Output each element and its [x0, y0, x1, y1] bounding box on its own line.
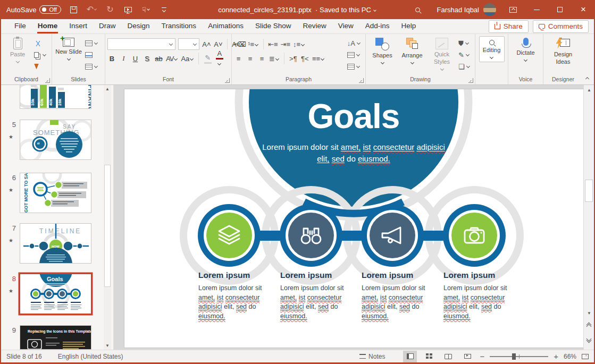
thumbnail-scroll-up-arrow[interactable]: ▲: [104, 85, 111, 93]
tab-draw[interactable]: Draw: [93, 20, 122, 33]
tab-help[interactable]: Help: [396, 20, 422, 33]
share-button[interactable]: Share: [489, 20, 529, 33]
tab-design[interactable]: Design: [122, 20, 156, 33]
line-spacing-button[interactable]: ↕≡: [293, 40, 305, 48]
normal-view-button[interactable]: [403, 351, 417, 362]
convert-smartart-button[interactable]: [346, 62, 362, 71]
bullets-button[interactable]: •≡: [234, 40, 245, 48]
editing-button[interactable]: Editing: [479, 36, 505, 62]
font-name-combobox[interactable]: [107, 38, 175, 50]
tab-transitions[interactable]: Transitions: [156, 20, 203, 33]
font-size-combobox[interactable]: [178, 38, 199, 50]
align-right-button[interactable]: ≡: [257, 55, 266, 63]
customize-quick-access-icon[interactable]: [159, 4, 170, 15]
text-shadow-button[interactable]: S: [143, 55, 152, 63]
touch-mouse-mode-icon[interactable]: ☟: [141, 4, 152, 15]
slide-editor[interactable]: Goals Lorem ipsum dolor sit amet, ist co…: [124, 89, 584, 348]
shape-effects-button[interactable]: ❏: [457, 62, 472, 71]
highlight-color-button[interactable]: ✎: [203, 54, 212, 64]
copy-button[interactable]: [33, 50, 48, 60]
thumbnail-slide-7[interactable]: TIMELINE NOW: [20, 223, 91, 264]
zoom-level[interactable]: 66%: [564, 353, 576, 360]
previous-slide-button[interactable]: [585, 323, 592, 329]
scrollbar-thumb[interactable]: [585, 180, 593, 202]
arrange-button[interactable]: Arrange: [398, 36, 426, 65]
quick-styles-button[interactable]: Quick Styles: [428, 36, 456, 71]
align-text-button[interactable]: [346, 50, 362, 60]
tab-home[interactable]: Home: [32, 20, 64, 33]
scroll-down-arrow[interactable]: ▼: [584, 309, 594, 318]
tab-slide-show[interactable]: Slide Show: [249, 20, 297, 33]
item-text-2[interactable]: Lorem ipsum Lorem ipsum dolor sit amet, …: [280, 270, 346, 321]
slide-layout-button[interactable]: [84, 38, 99, 48]
thumbnail-slide-5[interactable]: SAY SOMETHING “: [20, 120, 91, 160]
slide-show-button[interactable]: [460, 351, 474, 362]
thumbnail-scrollbar-thumb[interactable]: [104, 165, 111, 287]
character-spacing-button[interactable]: AV: [166, 55, 178, 63]
section-button[interactable]: [84, 62, 99, 71]
numbering-button[interactable]: ¹≡: [248, 40, 259, 48]
tab-review[interactable]: Review: [297, 20, 332, 33]
slide-title[interactable]: Goals: [266, 97, 441, 136]
zoom-slider[interactable]: [490, 356, 548, 357]
strikethrough-button[interactable]: ab: [154, 55, 163, 63]
fit-slide-to-window-button[interactable]: [582, 354, 589, 359]
underline-button[interactable]: U: [131, 55, 140, 63]
collapse-ribbon-button[interactable]: [585, 77, 589, 81]
user-name[interactable]: Farshad Iqbal: [437, 6, 480, 14]
ribbon-display-options-icon[interactable]: [501, 0, 525, 19]
rtl-direction-button[interactable]: ¶<: [300, 55, 309, 63]
thumbnail-slide-6[interactable]: GOT MORE TO SAY?: [20, 173, 91, 213]
zoom-in-button[interactable]: +: [554, 352, 558, 361]
shape-fill-button[interactable]: ⛊: [457, 38, 472, 48]
italic-button[interactable]: I: [119, 54, 128, 63]
slide-sorter-view-button[interactable]: [422, 351, 436, 362]
justify-button[interactable]: ≣: [269, 55, 280, 63]
scroll-up-arrow[interactable]: ▲: [584, 86, 594, 95]
change-case-button[interactable]: Aa: [181, 55, 194, 63]
paste-button[interactable]: Paste: [3, 36, 32, 64]
paragraph-dialog-launcher[interactable]: [359, 78, 364, 83]
new-slide-button[interactable]: New Slide: [54, 36, 83, 61]
tab-insert[interactable]: Insert: [63, 20, 93, 33]
tab-add-ins[interactable]: Add-ins: [359, 20, 396, 33]
bold-button[interactable]: B: [107, 55, 116, 63]
dictate-button[interactable]: Dictate: [512, 36, 540, 62]
thumbnail-scroll-down-arrow[interactable]: ▼: [104, 342, 111, 350]
undo-icon[interactable]: ↶: [87, 4, 97, 15]
slide-canvas[interactable]: Goals Lorem ipsum dolor sit amet, ist co…: [114, 85, 583, 350]
item-text-1[interactable]: Lorem ipsum Lorem ipsum dolor sit amet, …: [198, 270, 264, 321]
reset-slide-button[interactable]: [84, 50, 99, 60]
autosave-toggle[interactable]: AutoSave Off: [6, 5, 61, 14]
thumbnail-slide-9[interactable]: Replacing the Icons in this Template: [20, 325, 91, 350]
next-slide-button[interactable]: [585, 337, 592, 343]
save-icon[interactable]: [69, 4, 79, 15]
start-presentation-icon[interactable]: [123, 4, 133, 15]
tab-animations[interactable]: Animations: [202, 20, 249, 33]
ltr-direction-button[interactable]: >¶: [289, 55, 298, 63]
increase-font-size-button[interactable]: A˄: [202, 40, 211, 48]
font-dialog-launcher[interactable]: [225, 78, 230, 83]
font-color-button[interactable]: A: [215, 49, 224, 67]
decrease-font-size-button[interactable]: A˅: [214, 40, 223, 48]
shapes-button[interactable]: Shapes: [368, 36, 397, 65]
reading-view-button[interactable]: [441, 351, 455, 362]
search-icon[interactable]: [406, 0, 430, 19]
thumbnail-slide-4[interactable]: 35k 60k 40k 28k FINANCE: [20, 85, 91, 109]
increase-indent-button[interactable]: ⇥≡: [281, 40, 290, 48]
thumbnail-slide-8[interactable]: Goals: [20, 274, 91, 314]
minimize-button[interactable]: [525, 0, 548, 19]
align-left-button[interactable]: ≡: [234, 55, 243, 63]
item-text-3[interactable]: Lorem ipsum Lorem ipsum dolor sit amet, …: [362, 270, 428, 321]
cut-button[interactable]: [33, 38, 48, 48]
decrease-indent-button[interactable]: ⇤≡: [268, 40, 278, 48]
zoom-out-button[interactable]: −: [480, 352, 484, 361]
tab-file[interactable]: File: [9, 20, 32, 33]
user-avatar[interactable]: [483, 3, 496, 16]
zoom-slider-knob[interactable]: [512, 353, 516, 360]
design-ideas-button[interactable]: Design Ideas: [546, 36, 580, 66]
thumbnail-scrollbar[interactable]: ▲ ▼: [104, 85, 111, 350]
text-direction-button[interactable]: ↓A: [346, 38, 362, 48]
notes-button[interactable]: Notes: [359, 353, 385, 360]
tab-view[interactable]: View: [332, 20, 359, 33]
